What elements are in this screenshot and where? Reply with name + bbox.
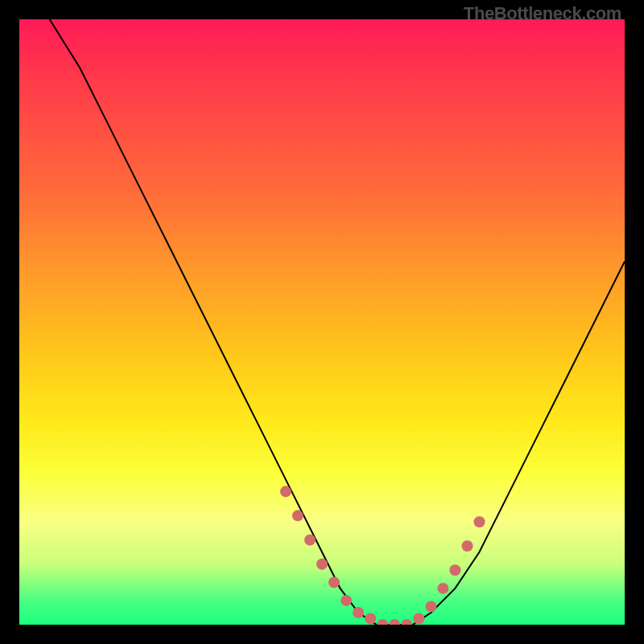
highlight-dot — [280, 486, 291, 497]
highlight-dot — [292, 510, 303, 522]
highlight-dot — [425, 601, 436, 612]
highlight-dot — [341, 595, 352, 606]
highlight-dot — [353, 607, 364, 618]
highlight-dot — [474, 516, 485, 527]
highlight-dot — [449, 564, 460, 576]
highlight-dot — [316, 559, 328, 570]
highlight-dot — [437, 583, 448, 594]
highlight-dot — [328, 576, 340, 588]
watermark-text: TheBottleneck.com — [464, 3, 621, 24]
plot-area — [19, 19, 625, 625]
highlight-dot — [389, 619, 400, 625]
highlight-dot — [365, 613, 376, 625]
highlight-dots — [280, 486, 485, 625]
highlight-dot — [462, 540, 473, 551]
bottleneck-curve — [50, 19, 625, 625]
chart-stage: TheBottleneck.com — [0, 0, 644, 644]
highlight-dot — [304, 535, 316, 546]
highlight-dot — [377, 619, 388, 625]
curve-layer — [19, 19, 625, 625]
highlight-dot — [401, 619, 412, 625]
highlight-dot — [413, 613, 424, 625]
